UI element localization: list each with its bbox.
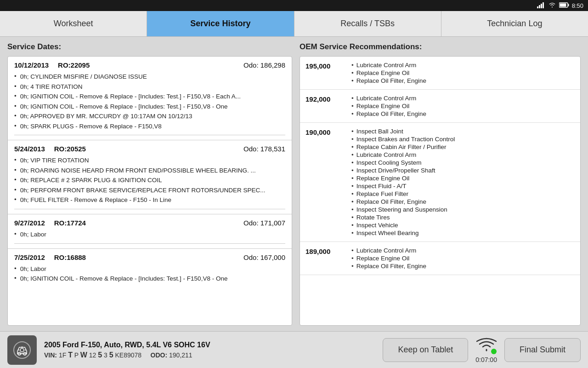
- list-item: Inspect Ball Joint: [351, 127, 455, 135]
- vehicle-info: 2005 Ford F-150, Auto, RWD, 5.4L V6 SOHC…: [44, 341, 375, 359]
- list-item: 0h; CYLINDER MISFIRE / DIAGNOSE ISSUE: [14, 72, 285, 82]
- list-item: Replace Engine Oil: [351, 69, 426, 77]
- list-item: 0h; Labor: [14, 264, 285, 274]
- svg-rect-2: [541, 4, 542, 8]
- vehicle-icon: [7, 335, 37, 365]
- service-entry: 7/25/2012RO:16888Odo: 167,0000h; Labor0h…: [8, 249, 292, 288]
- svg-rect-0: [537, 6, 538, 8]
- wifi-icon: [548, 2, 556, 10]
- list-item: Inspect Fluid - A/T: [351, 182, 455, 190]
- service-odo: Odo: 178,531: [243, 145, 285, 153]
- oem-entry: 192,000Lubricate Control ArmReplace Engi…: [300, 90, 580, 123]
- service-entry-header: 10/12/2013RO:22095Odo: 186,298: [14, 61, 285, 69]
- vehicle-details: VIN: 1F T P W 12 5 3 5 KE89078 ODO: 190,…: [44, 351, 375, 359]
- battery-icon: [559, 2, 569, 9]
- list-item: 0h; IGNITION COIL - Remove & Replace - […: [14, 102, 285, 112]
- bottom-bar: 2005 Ford F-150, Auto, RWD, 5.4L V6 SOHC…: [0, 331, 588, 368]
- tab-recalls-tsbs[interactable]: Recalls / TSBs: [294, 11, 441, 36]
- list-item: 0h; IGNITION COIL - Remove & Replace - […: [14, 274, 285, 284]
- oem-mileage: 190,000: [305, 127, 342, 136]
- service-odo: Odo: 186,298: [243, 61, 285, 69]
- vin-w: W: [80, 351, 87, 359]
- service-ro: RO:22095: [58, 61, 90, 69]
- vin-num2: 5: [98, 351, 102, 359]
- service-odo: Odo: 167,000: [243, 253, 285, 261]
- service-entry: 9/27/2012RO:17724Odo: 171,0070h; Labor: [8, 214, 292, 249]
- wifi-status-icon: [476, 337, 497, 355]
- list-item: Inspect Wheel Bearing: [351, 229, 455, 237]
- list-item: Replace Oil Filter, Engine: [351, 77, 426, 85]
- list-item: Lubricate Control Arm: [351, 94, 426, 102]
- svg-rect-6: [560, 3, 566, 6]
- wifi-connected-indicator: [491, 349, 497, 354]
- list-item: Inspect Steering and Suspension: [351, 206, 455, 213]
- vin-p: P: [74, 351, 79, 359]
- list-item: 0h; ROARING NOISE HEARD FROM FRONT END/P…: [14, 166, 285, 176]
- svg-rect-5: [568, 4, 569, 6]
- vin-suffix: KE89078: [115, 351, 142, 359]
- list-item: Replace Fuel Filter: [351, 190, 455, 198]
- list-item: Inspect Cooling System: [351, 159, 455, 167]
- list-item: 0h; IGNITION COIL - Remove & Replace - […: [14, 92, 285, 102]
- service-entry-header: 9/27/2012RO:17724Odo: 171,007: [14, 219, 285, 227]
- service-ro: RO:20525: [54, 145, 86, 153]
- svg-point-10: [20, 348, 24, 352]
- list-item: Lubricate Control Arm: [351, 151, 455, 159]
- vin-num4: 5: [109, 351, 113, 359]
- oem-entry: 189,000Lubricate Control ArmReplace Engi…: [300, 242, 580, 275]
- list-item: Lubricate Control Arm: [351, 61, 426, 69]
- status-icons: 8:50: [537, 2, 583, 10]
- service-date: 5/24/2013: [14, 145, 45, 153]
- service-list[interactable]: 10/12/2013RO:22095Odo: 186,2980h; CYLIND…: [7, 56, 292, 326]
- vin-prefix: 1F: [59, 351, 66, 359]
- oem-recommendations-title: OEM Service Recommendations:: [300, 42, 581, 52]
- list-item: 0h; PERFORM FRONT BRAKE SERVICE/REPLACE …: [14, 185, 285, 196]
- list-item: 0h; REPLACE # 2 SPARK PLUG & IGNITION CO…: [14, 175, 285, 185]
- main-content: Service Dates: 10/12/2013RO:22095Odo: 18…: [0, 37, 588, 331]
- vehicle-name: 2005 Ford F-150, Auto, RWD, 5.4L V6 SOHC…: [44, 341, 375, 349]
- service-date: 7/25/2012: [14, 253, 45, 261]
- service-ro: RO:16888: [54, 253, 86, 261]
- list-item: 0h; APPROVED BY MR. MCCURDY @ 10:17AM ON…: [14, 111, 285, 121]
- list-item: Replace Engine Oil: [351, 102, 426, 110]
- tab-worksheet[interactable]: Worksheet: [0, 11, 147, 36]
- keep-on-tablet-button[interactable]: Keep on Tablet: [383, 338, 468, 362]
- list-item: Replace Engine Oil: [351, 174, 455, 182]
- left-panel: Service Dates: 10/12/2013RO:22095Odo: 18…: [7, 42, 292, 326]
- list-item: Replace Oil Filter, Engine: [351, 110, 426, 118]
- wifi-time: 0:07:00: [475, 356, 497, 363]
- list-item: Replace Oil Filter, Engine: [351, 198, 455, 206]
- list-item: Lubricate Control Arm: [351, 247, 426, 254]
- oem-mileage: 195,000: [305, 61, 342, 70]
- tab-service-history[interactable]: Service History: [147, 11, 294, 36]
- list-item: Replace Engine Oil: [351, 254, 426, 262]
- signal-icon: [537, 2, 545, 10]
- service-ro: RO:17724: [54, 219, 86, 227]
- tab-technician-log[interactable]: Technician Log: [441, 11, 588, 36]
- service-date: 10/12/2013: [14, 61, 49, 69]
- status-bar: 8:50: [0, 0, 588, 11]
- final-submit-button[interactable]: Final Submit: [504, 338, 581, 362]
- service-odo: Odo: 171,007: [243, 219, 285, 227]
- service-date: 9/27/2012: [14, 219, 45, 227]
- svg-point-7: [14, 342, 30, 358]
- service-entry-header: 5/24/2013RO:20525Odo: 178,531: [14, 145, 285, 153]
- oem-mileage: 189,000: [305, 247, 342, 255]
- list-item: 0h; SPARK PLUGS - Remove & Replace - F15…: [14, 121, 285, 132]
- list-item: 0h; 4 TIRE ROTATION: [14, 82, 285, 92]
- oem-list[interactable]: 195,000Lubricate Control ArmReplace Engi…: [300, 56, 581, 326]
- list-item: 0h; VIP TIRE ROTATION: [14, 155, 285, 166]
- right-panel: OEM Service Recommendations: 195,000Lubr…: [300, 42, 581, 326]
- time-display: 8:50: [572, 2, 583, 9]
- odo-value: 190,211: [169, 351, 192, 359]
- wifi-section: 0:07:00: [475, 337, 497, 363]
- list-item: 0h; Labor: [14, 230, 285, 240]
- vin-label: VIN:: [44, 351, 57, 359]
- oem-mileage: 192,000: [305, 94, 342, 103]
- vin-t: T: [68, 351, 73, 359]
- service-entry: 10/12/2013RO:22095Odo: 186,2980h; CYLIND…: [8, 57, 292, 140]
- list-item: 0h; FUEL FILTER - Remove & Replace - F15…: [14, 195, 285, 205]
- list-item: Replace Cabin Air Filter / Purifier: [351, 143, 455, 151]
- oem-entry: 195,000Lubricate Control ArmReplace Engi…: [300, 57, 580, 90]
- odo-label: ODO:: [151, 351, 168, 359]
